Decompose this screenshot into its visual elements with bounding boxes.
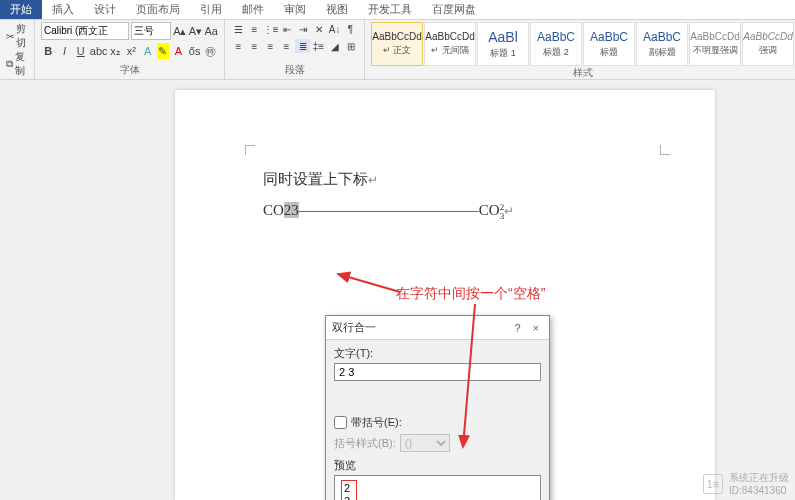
numbering-button[interactable]: ≡: [247, 22, 262, 36]
tab-insert[interactable]: 插入: [42, 0, 84, 19]
text-field[interactable]: [334, 363, 541, 381]
strike-button[interactable]: abc: [90, 43, 106, 59]
style-emphasis[interactable]: AaBbCcDd强调: [742, 22, 794, 66]
bracket-style-combo: (): [400, 434, 450, 452]
two-lines-in-one-dialog: 双行合一 ? × 文字(T): 带括号(E): 括号样式(B): () 预览 2: [325, 315, 550, 500]
cut-button[interactable]: ✂剪切: [6, 22, 28, 50]
enclose-char-button[interactable]: ㊕: [204, 43, 218, 59]
dialog-title: 双行合一: [332, 320, 376, 335]
group-clipboard: ✂剪切 ⧉复制 🖌格式刷 贴板: [0, 20, 35, 79]
group-paragraph: ☰ ≡ ⋮≡ ⇤ ⇥ ✕ A↓ ¶ ≡ ≡ ≡ ≡ ≣ ‡≡ ◢ ⊞ 段落: [225, 20, 365, 79]
group-label-paragraph: 段落: [231, 63, 358, 77]
font-size-combo[interactable]: [131, 22, 171, 40]
tab-review[interactable]: 审阅: [274, 0, 316, 19]
tab-layout[interactable]: 页面布局: [126, 0, 190, 19]
bracket-checkbox[interactable]: [334, 416, 347, 429]
font-name-combo[interactable]: [41, 22, 129, 40]
paragraph-mark-icon: ↵: [368, 173, 378, 187]
bracket-style-label: 括号样式(B):: [334, 436, 396, 451]
text-field-label: 文字(T):: [334, 346, 541, 361]
dialog-titlebar[interactable]: 双行合一 ? ×: [326, 316, 549, 340]
styles-gallery[interactable]: AaBbCcDd↵ 正文 AaBbCcDd↵ 无间隔 AaBl标题 1 AaBb…: [371, 22, 794, 66]
tab-developer[interactable]: 开发工具: [358, 0, 422, 19]
shrink-font-button[interactable]: A▾: [189, 23, 203, 39]
style-heading1[interactable]: AaBl标题 1: [477, 22, 529, 66]
style-heading2[interactable]: AaBbC标题 2: [530, 22, 582, 66]
font-color-button[interactable]: A: [171, 43, 185, 59]
borders-button[interactable]: ⊞: [343, 39, 358, 53]
paragraph-mark-icon: ↵: [504, 204, 514, 218]
margin-corner-tr: [660, 145, 670, 155]
ribbon: ✂剪切 ⧉复制 🖌格式刷 贴板 A▴ A▾ Aa B I U abc x₂ x²…: [0, 20, 795, 80]
bracket-checkbox-label: 带括号(E):: [351, 415, 402, 430]
preview-label: 预览: [334, 458, 541, 473]
tab-mailings[interactable]: 邮件: [232, 0, 274, 19]
align-center-button[interactable]: ≡: [247, 39, 262, 53]
sort-button[interactable]: A↓: [327, 22, 342, 36]
margin-corner-tl: [245, 145, 255, 155]
change-case-button[interactable]: Aa: [204, 23, 218, 39]
copy-button[interactable]: ⧉复制: [6, 50, 28, 78]
preview-box: 2 3: [334, 475, 541, 500]
help-button[interactable]: ?: [514, 322, 520, 334]
subscript-button[interactable]: x₂: [108, 43, 122, 59]
show-marks-button[interactable]: ¶: [343, 22, 358, 36]
watermark-logo-icon: 1≡: [703, 474, 723, 494]
group-font: A▴ A▾ Aa B I U abc x₂ x² A ✎ A ős ㊕ 字体: [35, 20, 225, 79]
style-subtitle[interactable]: AaBbC副标题: [636, 22, 688, 66]
phonetic-button[interactable]: ős: [187, 43, 201, 59]
superscript-button[interactable]: x²: [124, 43, 138, 59]
style-title[interactable]: AaBbC标题: [583, 22, 635, 66]
decrease-indent-button[interactable]: ⇤: [280, 22, 295, 36]
scissors-icon: ✂: [6, 31, 14, 42]
increase-indent-button[interactable]: ⇥: [295, 22, 310, 36]
group-label-font: 字体: [41, 63, 218, 77]
align-right-button[interactable]: ≡: [263, 39, 278, 53]
text-direction-button[interactable]: ✕: [311, 22, 326, 36]
copy-icon: ⧉: [6, 58, 13, 70]
close-button[interactable]: ×: [529, 322, 543, 334]
selected-text: 23: [284, 202, 299, 218]
doc-title-line[interactable]: 同时设置上下标↵: [263, 170, 378, 189]
italic-button[interactable]: I: [57, 43, 71, 59]
tab-view[interactable]: 视图: [316, 0, 358, 19]
multilevel-button[interactable]: ⋮≡: [263, 22, 279, 36]
tab-home[interactable]: 开始: [0, 0, 42, 19]
style-subtle-emphasis[interactable]: AaBbCcDd不明显强调: [689, 22, 741, 66]
preview-highlight: 2 3: [341, 480, 357, 500]
align-left-button[interactable]: ≡: [231, 39, 246, 53]
watermark: 1≡ 系统正在升级 ID:84341360: [703, 471, 789, 496]
highlight-button[interactable]: ✎: [157, 43, 170, 59]
text-effects-button[interactable]: A: [140, 43, 154, 59]
justify-button[interactable]: ≡: [279, 39, 294, 53]
style-no-spacing[interactable]: AaBbCcDd↵ 无间隔: [424, 22, 476, 66]
grow-font-button[interactable]: A▴: [173, 23, 187, 39]
shading-button[interactable]: ◢: [327, 39, 342, 53]
style-normal[interactable]: AaBbCcDd↵ 正文: [371, 22, 423, 66]
doc-formula-line[interactable]: CO23————————————CO23↵: [263, 202, 514, 220]
bullets-button[interactable]: ☰: [231, 22, 246, 36]
line-spacing-button[interactable]: ‡≡: [311, 39, 326, 53]
distribute-button[interactable]: ≣: [295, 39, 310, 53]
bold-button[interactable]: B: [41, 43, 55, 59]
annotation-text: 在字符中间按一个“空格”: [396, 285, 545, 303]
underline-button[interactable]: U: [74, 43, 88, 59]
tab-baidu[interactable]: 百度网盘: [422, 0, 486, 19]
group-styles: AaBbCcDd↵ 正文 AaBbCcDd↵ 无间隔 AaBl标题 1 AaBb…: [365, 20, 795, 79]
ribbon-tabs: 开始 插入 设计 页面布局 引用 邮件 审阅 视图 开发工具 百度网盘: [0, 0, 795, 20]
document-area: 同时设置上下标↵ CO23————————————CO23↵ 双行合一 ? × …: [0, 80, 795, 500]
tab-references[interactable]: 引用: [190, 0, 232, 19]
tab-design[interactable]: 设计: [84, 0, 126, 19]
group-label-styles: 样式: [371, 66, 794, 80]
